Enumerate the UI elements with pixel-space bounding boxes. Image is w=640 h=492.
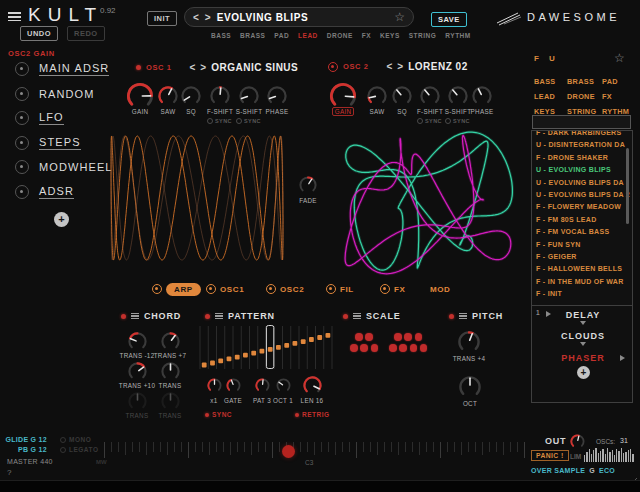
category-brass[interactable]: BRASS: [567, 77, 594, 86]
fx-expand-icon[interactable]: [580, 321, 586, 325]
chord-knob-0[interactable]: [127, 331, 148, 352]
pattern-step-4[interactable]: [235, 355, 240, 360]
osc2-knob-saw[interactable]: [366, 85, 388, 107]
preset-next-icon[interactable]: >: [205, 12, 211, 23]
main-menu-icon[interactable]: [8, 10, 21, 24]
osc1-model-name[interactable]: ORGANIC SINUS: [211, 62, 298, 73]
scale-note-dot[interactable]: [350, 344, 358, 352]
scale-note-dot[interactable]: [399, 344, 407, 352]
keyboard-note-marker[interactable]: [282, 445, 295, 458]
preset-item-8[interactable]: F - FM VOCAL BASS: [532, 226, 632, 238]
mod-ring-icon[interactable]: [15, 87, 29, 101]
chord-knob-1[interactable]: [160, 331, 181, 352]
pattern-step-13[interactable]: [309, 337, 314, 342]
mod-slot-main-adsr[interactable]: MAIN ADSR: [15, 62, 109, 76]
init-button[interactable]: INIT: [147, 11, 177, 26]
chord-knob-2[interactable]: [127, 361, 148, 382]
pattern-step-grid[interactable]: [199, 324, 333, 371]
fx-slot-phaser[interactable]: PHASER: [538, 353, 628, 363]
preset-item-7[interactable]: F - FM 80S LEAD: [532, 214, 632, 226]
pitch-active-led[interactable]: [449, 314, 454, 319]
glide-control[interactable]: GLIDE G 12: [5, 436, 47, 443]
osc1-active-led[interactable]: [136, 65, 141, 70]
preset-tag-brass[interactable]: BRASS: [240, 32, 265, 39]
preset-tag-keys[interactable]: KEYS: [380, 32, 400, 39]
tab-osc2[interactable]: OSC2: [266, 282, 304, 296]
scale-note-dot[interactable]: [394, 333, 402, 341]
pattern-step-9[interactable]: [276, 345, 281, 350]
preset-search-input[interactable]: [532, 115, 631, 129]
preset-name[interactable]: EVOLVING BLIPS: [217, 12, 389, 23]
fx-slot-delay[interactable]: DELAY: [538, 310, 628, 320]
mod-ring-icon[interactable]: [15, 160, 29, 174]
pitch-menu-icon[interactable]: [459, 311, 467, 320]
osc2-model-next-icon[interactable]: >: [397, 61, 403, 72]
preset-prev-icon[interactable]: <: [193, 12, 199, 23]
osc2-knob-gain[interactable]: [329, 82, 357, 110]
preset-tag-drone[interactable]: DRONE: [327, 32, 353, 39]
mod-ring-icon[interactable]: [15, 111, 29, 125]
osc2-knob-s-shift[interactable]: [447, 85, 469, 107]
pattern-step-2[interactable]: [218, 359, 223, 364]
pattern-step-11[interactable]: [293, 341, 298, 346]
scale-note-dot[interactable]: [420, 344, 428, 352]
pattern-knob-oct-1[interactable]: [275, 377, 292, 394]
preset-tag-fx[interactable]: FX: [362, 32, 371, 39]
scale-note-dot[interactable]: [389, 344, 397, 352]
mod-ring-icon[interactable]: [15, 62, 29, 76]
mod-ring-icon[interactable]: [15, 185, 29, 199]
osc2-sync-f-shift[interactable]: SYNC: [417, 118, 442, 124]
pattern-step-15[interactable]: [326, 333, 331, 338]
preset-tag-string[interactable]: STRING: [409, 32, 437, 39]
undo-button[interactable]: UNDO: [20, 26, 58, 41]
category-bass[interactable]: BASS: [534, 77, 555, 86]
filter-factory-button[interactable]: F: [534, 54, 539, 63]
fx-slot-clouds[interactable]: CLOUDS: [538, 331, 628, 341]
preset-item-3[interactable]: U - EVOLVING BLIPS: [532, 164, 632, 176]
osc1-knob-phase[interactable]: [266, 85, 288, 107]
pattern-retrig-toggle[interactable]: RETRIG: [295, 411, 330, 418]
oversample-value[interactable]: G: [589, 467, 595, 474]
favorite-star-icon[interactable]: ☆: [394, 11, 405, 23]
chord-knob-5[interactable]: [160, 391, 181, 412]
pitchbend-control[interactable]: PB G 12: [5, 446, 47, 453]
mod-slot-adsr[interactable]: ADSR: [15, 185, 74, 199]
pattern-knob-pat-3[interactable]: [254, 377, 271, 394]
preset-item-11[interactable]: F - HALLOWEEN BELLS: [532, 263, 632, 275]
mod-slot-lfo[interactable]: LFO: [15, 111, 64, 125]
category-fx[interactable]: FX: [602, 92, 612, 101]
scale-note-dot[interactable]: [355, 333, 363, 341]
pattern-step-10[interactable]: [284, 343, 289, 348]
scale-note-dot[interactable]: [371, 344, 379, 352]
oversample-label[interactable]: OVER SAMPLE: [531, 467, 585, 474]
mod-slot-steps[interactable]: STEPS: [15, 136, 81, 150]
pattern-step-7[interactable]: [260, 349, 265, 354]
osc2-active-led[interactable]: [328, 62, 338, 72]
osc2-knob-f-shift[interactable]: [419, 85, 441, 107]
scale-note-dot[interactable]: [360, 344, 368, 352]
preset-list[interactable]: F - DARK HARBINGERSU - DISINTEGRATION DA…: [531, 130, 633, 306]
tab-arp[interactable]: ARP: [152, 282, 201, 296]
tab-fil[interactable]: FIL: [326, 282, 354, 296]
mono-toggle[interactable]: MONO: [60, 436, 91, 443]
pattern-active-led[interactable]: [205, 314, 210, 319]
osc2-knob-phase[interactable]: [471, 85, 493, 107]
tab-mod[interactable]: MOD: [430, 282, 450, 296]
preset-item-10[interactable]: F - GEIGER: [532, 251, 632, 263]
pattern-knob-gate[interactable]: [225, 377, 242, 394]
scale-note-dot[interactable]: [365, 333, 373, 341]
scale-note-dot[interactable]: [410, 344, 418, 352]
preset-item-5[interactable]: U - EVOLVING BLIPS DA 2: [532, 189, 632, 201]
filter-favorites-icon[interactable]: ☆: [614, 52, 625, 64]
osc2-model-name[interactable]: LORENZ 02: [408, 61, 468, 72]
preset-tag-pad[interactable]: PAD: [274, 32, 289, 39]
preset-list-scrollbar[interactable]: [626, 148, 629, 224]
scale-note-dot[interactable]: [404, 333, 412, 341]
preset-item-0[interactable]: F - DARK HARBINGERS: [532, 130, 632, 139]
osc1-model-prev-icon[interactable]: <: [190, 62, 196, 73]
scale-menu-icon[interactable]: [353, 311, 361, 320]
pitch-knob-oct[interactable]: [458, 375, 482, 399]
pattern-step-0[interactable]: [202, 363, 207, 368]
preset-item-4[interactable]: U - EVOLVING BLIPS DA: [532, 177, 632, 189]
osc1-knob-f-shift[interactable]: [209, 85, 231, 107]
